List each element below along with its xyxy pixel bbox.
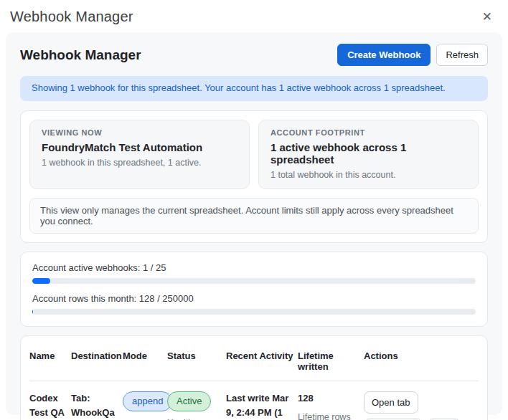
actions-cell: Open tab Copy URL Test History Pause Mor… xyxy=(364,391,479,420)
viewing-now-card: VIEWING NOW FoundryMatch Test Automation… xyxy=(29,120,250,189)
head-buttons: Create Webhook Refresh xyxy=(337,44,488,66)
create-webhook-button[interactable]: Create Webhook xyxy=(337,44,431,66)
destination-tab: Tab: WhookQa xyxy=(71,391,118,420)
account-footprint-subtitle: 1 total webhook in this account. xyxy=(271,170,466,180)
col-header-actions: Actions xyxy=(364,350,479,372)
rows-usage-row: Account rows this month: 128 / 250000 xyxy=(32,293,476,315)
panel-head: Webhook Manager Create Webhook Refresh xyxy=(20,44,488,66)
destination-cell: Tab: WhookQa This spreadsheet xyxy=(71,391,123,420)
dialog-header: Webhook Manager ✕ xyxy=(0,0,508,32)
webhooks-usage-label: Account active webhooks: 1 / 25 xyxy=(32,262,476,273)
webhooks-usage-row: Account active webhooks: 1 / 25 xyxy=(32,262,476,284)
webhooks-table: Name Destination Mode Status Recent Acti… xyxy=(20,335,488,420)
dialog-title: Webhook Manager xyxy=(10,9,133,25)
col-header-recent-activity: Recent Activity xyxy=(226,350,298,372)
panel-heading: Webhook Manager xyxy=(20,47,141,63)
table-row: Codex Test QA ▶ Details Tab: WhookQa Thi… xyxy=(29,381,479,420)
status-health: Healthy xyxy=(167,416,222,420)
info-banner: Showing 1 webhook for this spreadsheet. … xyxy=(20,76,488,101)
col-header-mode: Mode xyxy=(123,350,167,372)
col-header-status: Status xyxy=(167,350,226,372)
lifetime-caption: Lifetime rows written to this tab. xyxy=(298,411,359,420)
col-header-name: Name xyxy=(29,350,71,372)
open-tab-button[interactable]: Open tab xyxy=(364,391,418,414)
status-cell: Active Healthy Last write Mar 9, 2:44 PM… xyxy=(167,391,226,420)
recent-activity-primary: Last write Mar 9, 2:44 PM (1 rows) xyxy=(226,391,293,420)
mode-badge: append xyxy=(123,391,172,411)
name-cell: Codex Test QA ▶ Details xyxy=(29,391,71,420)
lifetime-written-cell: 128 Lifetime rows written to this tab. xyxy=(298,391,364,420)
usage-section: Account active webhooks: 1 / 25 Account … xyxy=(20,252,488,327)
webhooks-progress-fill xyxy=(32,278,50,284)
viewing-now-subtitle: 1 webhook in this spreadsheet, 1 active. xyxy=(42,158,237,168)
account-footprint-label: ACCOUNT FOOTPRINT xyxy=(271,128,466,137)
scope-note: This view only manages the current sprea… xyxy=(29,198,479,234)
lifetime-value: 128 xyxy=(298,391,359,406)
status-badge: Active xyxy=(167,391,211,411)
summary-grid: VIEWING NOW FoundryMatch Test Automation… xyxy=(29,120,479,189)
webhook-manager-panel: Webhook Manager Create Webhook Refresh S… xyxy=(6,32,502,415)
webhook-name: Codex Test QA xyxy=(29,391,67,420)
viewing-now-label: VIEWING NOW xyxy=(42,128,237,137)
account-footprint-card: ACCOUNT FOOTPRINT 1 active webhook acros… xyxy=(258,120,479,189)
col-header-destination: Destination xyxy=(71,350,123,372)
recent-activity-cell: Last write Mar 9, 2:44 PM (1 rows) 128 t… xyxy=(226,391,298,420)
mode-cell: append xyxy=(123,391,167,420)
refresh-button[interactable]: Refresh xyxy=(436,44,488,66)
rows-progress-track xyxy=(32,309,476,315)
close-icon[interactable]: ✕ xyxy=(478,8,497,26)
webhooks-progress-track xyxy=(32,278,476,284)
account-footprint-title: 1 active webhook across 1 spreadsheet xyxy=(271,141,466,166)
viewing-now-title: FoundryMatch Test Automation xyxy=(42,141,237,153)
rows-usage-label: Account rows this month: 128 / 250000 xyxy=(32,293,476,304)
table-header-row: Name Destination Mode Status Recent Acti… xyxy=(29,345,479,381)
col-header-lifetime-written: Lifetime written xyxy=(298,350,364,372)
summary-section: VIEWING NOW FoundryMatch Test Automation… xyxy=(20,110,488,243)
